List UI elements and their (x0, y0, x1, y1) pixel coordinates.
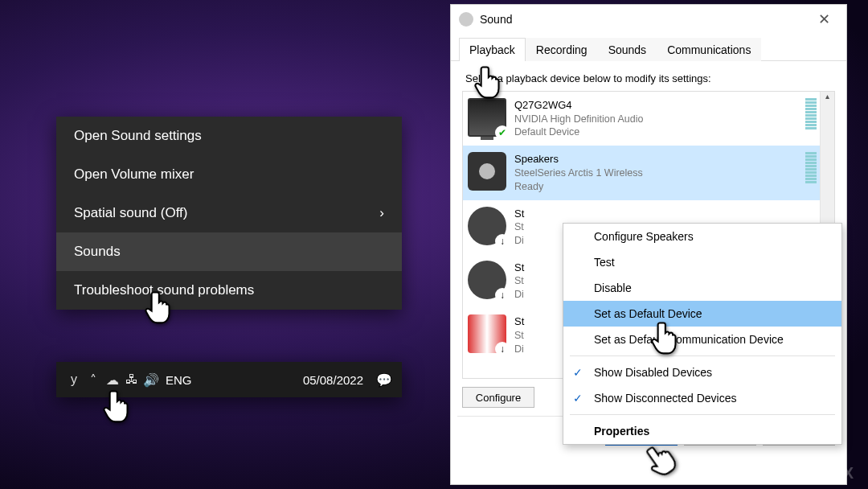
notification-icon[interactable]: 💬 (375, 372, 394, 388)
titlebar: Sound ✕ (451, 5, 846, 34)
sm-set-default-comm[interactable]: Set as Default Communication Device (563, 327, 841, 352)
device-driver: SteelSeries Arctis 1 Wireless (514, 166, 643, 180)
tray-context-menu: Open Sound settings Open Volume mixer Sp… (56, 117, 402, 310)
network-icon[interactable]: 🖧 (122, 372, 141, 387)
down-arrow-icon: ↓ (495, 342, 510, 356)
tab-bar: Playback Recording Sounds Communications (451, 37, 846, 61)
taskbar: y ˄ ☁ 🖧 🔊 ENG 05/08/2022 💬 (56, 362, 402, 397)
jack-icon: ↓ (468, 314, 506, 353)
chevron-up-icon[interactable]: ˄ (84, 372, 103, 388)
ctx-open-volume-mixer[interactable]: Open Volume mixer (56, 155, 402, 194)
sm-show-disabled[interactable]: Show Disabled Devices (563, 360, 841, 385)
monitor-icon: ✔ (468, 98, 506, 137)
down-arrow-icon: ↓ (495, 234, 510, 249)
sm-configure-speakers[interactable]: Configure Speakers (563, 224, 841, 249)
tab-recording[interactable]: Recording (526, 38, 598, 61)
watermark: UGETFIX (774, 464, 855, 483)
configure-button[interactable]: Configure (462, 387, 534, 408)
sm-disable[interactable]: Disable (563, 275, 841, 301)
tab-sounds[interactable]: Sounds (598, 38, 657, 61)
sm-set-default-device[interactable]: Set as Default Device (563, 301, 841, 327)
ctx-troubleshoot[interactable]: Troubleshoot sound problems (56, 271, 402, 310)
speaker-icon (468, 152, 506, 191)
taskbar-date[interactable]: 05/08/2022 (303, 373, 363, 387)
sound-icon (459, 12, 473, 27)
taskbar-item[interactable]: y (64, 372, 84, 387)
level-meter (805, 98, 817, 129)
separator (570, 414, 835, 415)
headset-icon: ↓ (468, 261, 506, 299)
device-context-menu: Configure Speakers Test Disable Set as D… (563, 223, 842, 445)
device-row[interactable]: ✔ Q27G2WG4 NVIDIA High Definition Audio … (463, 92, 834, 146)
device-name: Q27G2WG4 (514, 98, 644, 113)
headset-icon: ↓ (468, 207, 506, 245)
tab-playback[interactable]: Playback (459, 38, 526, 61)
volume-icon[interactable]: 🔊 (141, 372, 161, 388)
dialog-title: Sound (480, 13, 512, 26)
separator (570, 355, 835, 356)
device-status: Default Device (514, 125, 644, 139)
tab-communications[interactable]: Communications (657, 38, 761, 61)
device-driver: NVIDIA High Definition Audio (514, 113, 644, 126)
taskbar-language[interactable]: ENG (166, 373, 192, 387)
ctx-sounds[interactable]: Sounds (56, 232, 402, 271)
device-name: Speakers (514, 152, 643, 166)
down-arrow-icon: ↓ (495, 288, 510, 302)
ctx-open-sound-settings[interactable]: Open Sound settings (56, 117, 402, 155)
sm-test[interactable]: Test (563, 249, 841, 275)
device-row[interactable]: Speakers SteelSeries Arctis 1 Wireless R… (463, 146, 834, 199)
close-button[interactable]: ✕ (810, 7, 838, 31)
check-icon: ✔ (495, 125, 510, 140)
sm-show-disconnected[interactable]: Show Disconnected Devices (563, 385, 841, 411)
chevron-right-icon: › (379, 205, 384, 221)
level-meter (805, 152, 817, 183)
sm-properties[interactable]: Properties (563, 418, 841, 444)
device-status: Ready (514, 180, 643, 194)
ctx-spatial-sound[interactable]: Spatial sound (Off)› (56, 194, 402, 232)
cloud-icon[interactable]: ☁ (103, 372, 122, 388)
instruction-text: Select a playback device below to modify… (465, 72, 832, 84)
